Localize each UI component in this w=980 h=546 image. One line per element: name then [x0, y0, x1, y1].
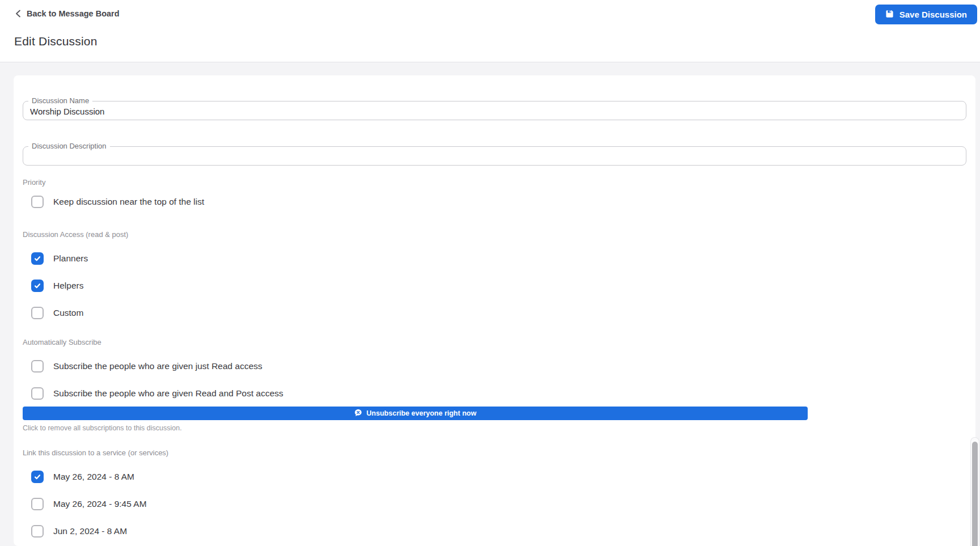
discussion-name-field: Discussion Name [23, 101, 966, 120]
discussion-description-field: Discussion Description [23, 146, 966, 166]
subscribe-read-label[interactable]: Subscribe the people who are given just … [53, 361, 262, 371]
subscribe-read-post-label[interactable]: Subscribe the people who are given Read … [53, 388, 283, 399]
discussion-name-input[interactable] [23, 101, 966, 120]
checkmark-icon [33, 255, 41, 263]
subscribe-read-post-checkbox[interactable] [31, 387, 44, 400]
back-link-label: Back to Message Board [27, 9, 120, 18]
access-helpers-label[interactable]: Helpers [53, 281, 83, 291]
page-title: Edit Discussion [14, 35, 97, 48]
checkmark-icon [33, 282, 41, 290]
chat-bubble-x-icon [354, 409, 362, 418]
edit-discussion-page: Back to Message Board Edit Discussion Sa… [0, 0, 980, 546]
back-link[interactable]: Back to Message Board [15, 9, 120, 18]
service-2-label[interactable]: May 26, 2024 - 9:45 AM [53, 499, 147, 509]
topbar: Back to Message Board Edit Discussion Sa… [0, 0, 980, 62]
access-helpers-row: Helpers [31, 278, 966, 294]
priority-checkbox[interactable] [31, 196, 44, 208]
subscribe-read-row: Subscribe the people who are given just … [31, 358, 966, 374]
unsubscribe-helper-text: Click to remove all subscriptions to thi… [23, 424, 966, 432]
save-button-label: Save Discussion [900, 10, 967, 19]
access-custom-row: Custom [31, 305, 966, 321]
access-section-label: Discussion Access (read & post) [23, 230, 966, 239]
discussion-name-label: Discussion Name [28, 96, 92, 105]
service-1-checkbox[interactable] [31, 471, 44, 483]
access-custom-checkbox[interactable] [31, 307, 44, 319]
access-planners-row: Planners [31, 251, 966, 266]
service-row-1: May 26, 2024 - 8 AM [31, 469, 966, 485]
checkmark-icon [33, 473, 41, 481]
service-row-2: May 26, 2024 - 9:45 AM [31, 496, 966, 512]
subscribe-read-checkbox[interactable] [31, 360, 44, 373]
access-custom-label[interactable]: Custom [53, 308, 83, 318]
services-section-label: Link this discussion to a service (or se… [23, 448, 966, 457]
access-helpers-checkbox[interactable] [31, 280, 44, 292]
unsubscribe-button-label: Unsubscribe everyone right now [367, 409, 477, 417]
priority-checkbox-row: Keep discussion near the top of the list [31, 194, 966, 210]
service-2-checkbox[interactable] [31, 498, 44, 510]
discussion-description-label: Discussion Description [28, 142, 110, 151]
service-row-3: Jun 2, 2024 - 8 AM [31, 523, 966, 539]
subscribe-read-post-row: Subscribe the people who are given Read … [31, 386, 966, 401]
priority-section-label: Priority [23, 178, 966, 187]
discussion-description-input[interactable] [23, 146, 966, 166]
access-planners-label[interactable]: Planners [53, 253, 88, 264]
scrollbar-thumb[interactable] [972, 442, 978, 546]
service-3-checkbox[interactable] [31, 525, 44, 537]
service-1-label[interactable]: May 26, 2024 - 8 AM [53, 472, 134, 482]
chevron-left-icon [15, 10, 22, 18]
service-3-label[interactable]: Jun 2, 2024 - 8 AM [53, 526, 127, 536]
save-icon [885, 10, 894, 20]
unsubscribe-everyone-button[interactable]: Unsubscribe everyone right now [23, 407, 808, 420]
scrollbar-track[interactable] [970, 437, 979, 546]
save-discussion-button[interactable]: Save Discussion [875, 5, 977, 24]
access-planners-checkbox[interactable] [31, 252, 44, 265]
content-area: Discussion Name Discussion Description P… [0, 62, 980, 546]
priority-checkbox-label[interactable]: Keep discussion near the top of the list [53, 197, 204, 207]
subscribe-section-label: Automatically Subscribe [23, 338, 966, 346]
form-card: Discussion Name Discussion Description P… [14, 75, 975, 546]
